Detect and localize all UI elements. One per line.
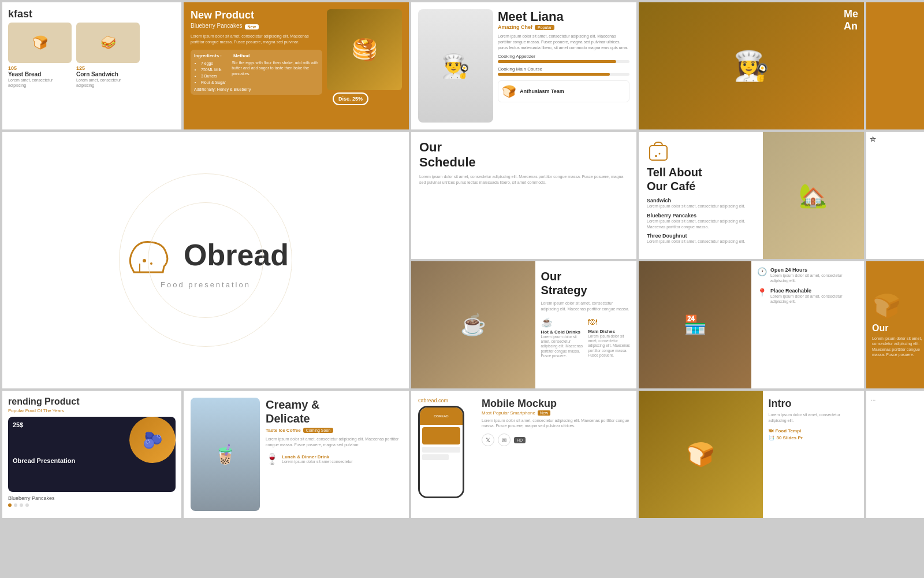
- skill2-fill: [498, 73, 610, 76]
- creamy-lorem: Lorem ipsum dolor sit amet, consectetur …: [266, 436, 402, 448]
- tell-item-3: Three Doughnut Lorem ipsum dolor sit ame…: [647, 233, 755, 244]
- strategy-photo: ☕: [411, 261, 535, 388]
- slide-breakfast: kfast 🍞 105 Yeast Bread Lorem amet, cons…: [2, 2, 181, 129]
- tell-cafe-right: 🏡: [763, 132, 865, 259]
- chef-info: Meet Liana Amazing Chef Popular Lorem ip…: [498, 9, 629, 123]
- location-icon: 📍: [757, 288, 767, 297]
- phone-body: [420, 425, 463, 497]
- skill1-fill: [498, 60, 616, 63]
- tell-item3-title: Three Doughnut: [647, 233, 755, 239]
- phone-header: OBREAD: [420, 407, 463, 425]
- cafe-info-place: 📍 Place Reachable Lorem ipsum dolor sit …: [757, 288, 858, 304]
- breakfast-foods: 🍞 105 Yeast Bread Lorem amet, consectetu…: [8, 23, 176, 88]
- svg-point-4: [659, 153, 661, 155]
- intro-item-1: 🍽 Food Templ: [769, 428, 859, 433]
- open-hours-desc: Lorem ipsum dolor sit amet, consectetur …: [770, 273, 858, 283]
- schedule-title: OurSchedule: [419, 140, 628, 171]
- trending-food-name: Blueberry Pancakes: [8, 495, 176, 501]
- partial-label: ☆: [870, 135, 924, 143]
- phone-screen-bar1: [422, 447, 460, 453]
- mockup-food-circle: 🫐: [129, 417, 176, 463]
- skill1-label: Cooking Appetizer: [498, 54, 629, 59]
- phone-screen-banner: [422, 427, 460, 444]
- twitter-icon[interactable]: 𝕏: [482, 433, 494, 446]
- intro-item-2: 📑 30 Slides Pr: [769, 435, 859, 440]
- slide-mobile-mockup: Otbread.com OBREAD Mobile Mockup Most Po…: [411, 391, 636, 518]
- new-product-title: New Product: [191, 9, 322, 21]
- circle-deco-2: [148, 202, 263, 318]
- social-icons: 𝕏 ✉ HD: [482, 433, 629, 446]
- tell-title: Tell AboutOur Café: [647, 165, 755, 193]
- tell-item2-title: Blueberry Pancakes: [647, 213, 755, 218]
- slides-icon: 📑: [769, 435, 774, 440]
- email-icon[interactable]: ✉: [498, 433, 511, 446]
- glass-icon: 🍷: [266, 453, 278, 465]
- skill2-bar: [498, 73, 629, 76]
- food-item-corn: 🥪 125 Corn Sandwich Lorem amet, consecte…: [76, 23, 140, 88]
- tell-cafe-left: Tell AboutOur Café Sandwich Lorem ipsum …: [639, 132, 763, 259]
- mobile-content: Mobile Mockup Most Popular Smartphone Ne…: [482, 398, 629, 511]
- our-lorem: Lorem ipsum dolor sit amet, consectetur …: [872, 336, 924, 357]
- skill2-label: Cooking Main Course: [498, 66, 629, 72]
- team-overlay: MeAn: [844, 8, 858, 32]
- phone-frame: OBREAD: [418, 406, 464, 498]
- team-icon: 🍞: [502, 84, 516, 98]
- ingredients-list: 7 eggs 750ML Milk 3 Butters Flour & Suga…: [194, 60, 226, 86]
- yeast-name: Yeast Bread: [8, 71, 72, 77]
- tell-item-2: Blueberry Pancakes Lorem ipsum dolor sit…: [647, 213, 755, 230]
- chef-lorem: Lorem ipsum dolor sit amet, consectetur …: [498, 34, 629, 50]
- lunch-desc: Lorem ipsum dolor sit amet consectetur: [282, 460, 353, 464]
- trending-title: rending Product: [8, 397, 176, 407]
- phone-mockup-visual: Otbread.com OBREAD: [418, 398, 476, 511]
- corn-label: 125: [76, 65, 140, 71]
- schedule-lorem: Lorem ipsum dolor sit amet, consectetur …: [419, 174, 628, 186]
- dot-1: [8, 503, 12, 507]
- team-photo-bg: 👩‍🍳: [639, 2, 864, 129]
- main-dishes-icon: 🍽: [588, 317, 631, 327]
- chef-name: Meet Liana: [498, 9, 629, 24]
- strategy-item-2: 🍽 Main Dishes Lorem ipsum dolor sit amet…: [588, 317, 631, 359]
- dot-indicators: [8, 503, 176, 507]
- slide-our-partial: 🍞 Our Lorem ipsum dolor sit amet, consec…: [866, 261, 924, 388]
- slide-trending: rending Product Popular Food Of The Year…: [2, 391, 181, 518]
- dot-2: [14, 503, 17, 507]
- intro-content: Intro Lorem ipsum dolor sit amet, consec…: [763, 391, 865, 518]
- new-product-lorem: Lorem ipsum dolor sit amet, consectetur …: [191, 34, 322, 45]
- tell-cafe-icon: [647, 140, 670, 163]
- creamy-photo: 🧋: [191, 398, 260, 511]
- discount-badge: Disc. 25%: [333, 92, 368, 105]
- open-hours-title: Open 24 Hours: [770, 267, 858, 273]
- trending-sub: Popular Food Of The Years: [8, 408, 176, 413]
- slide-partial-r4c5: ...: [866, 391, 924, 518]
- website-label: Otbread.com: [418, 398, 476, 403]
- phone-screen-bar2: [422, 454, 449, 460]
- yeast-label: 105: [8, 65, 72, 71]
- yeast-bread-image: 🍞: [8, 23, 72, 63]
- strategy-item-1: ☕ Hot & Cold Drinks Lorem ipsum dolor si…: [541, 317, 584, 359]
- corn-name: Corn Sandwich: [76, 71, 140, 77]
- corn-desc: Lorem amet, consectetur adipiscing: [76, 77, 140, 88]
- creamy-content: Creamy &Delicate Taste Ice Coffee Coming…: [266, 398, 402, 511]
- orange-strip-content: [899, 64, 903, 68]
- food-template-icon: 🍽: [769, 428, 773, 433]
- chef-photo: 👨‍🍳: [418, 9, 493, 123]
- cafe-interior-photo: 🏪: [639, 261, 751, 388]
- mobile-lorem: Lorem ipsum dolor sit amet, consectetur …: [482, 418, 629, 429]
- slide-meet-liana: 👨‍🍳 Meet Liana Amazing Chef Popular Lore…: [411, 2, 636, 129]
- food-item-yeast: 🍞 105 Yeast Bread Lorem amet, consectetu…: [8, 23, 72, 88]
- cafe-info-panel: 🕐 Open 24 Hours Lorem ipsum dolor sit am…: [751, 261, 864, 388]
- slide-new-product: New Product Blueberry Pancakes New Lorem…: [184, 2, 409, 129]
- new-badge: New: [245, 24, 259, 29]
- dot-4: [25, 503, 29, 507]
- slide-cafe-interior: 🏪 🕐 Open 24 Hours Lorem ipsum dolor sit …: [639, 261, 864, 388]
- lunch-title: Lunch & Dinner Drink: [282, 454, 353, 460]
- tell-item1-desc: Lorem ipsum dolor sit amet, consectetur …: [647, 203, 755, 209]
- yeast-desc: Lorem amet, consectetur adipiscing: [8, 77, 72, 88]
- partial-content: ...: [871, 395, 924, 402]
- slide-intro: 🍞 Intro Lorem ipsum dolor sit amet, cons…: [639, 391, 864, 518]
- creamy-title: Creamy &Delicate: [266, 398, 402, 425]
- coming-badge: Coming Soon: [303, 428, 333, 433]
- slide-strategy: ☕ OurStrategy Lorem ipsum dolor sit amet…: [411, 261, 636, 388]
- slide-obread-logo: Obread Food presentation: [2, 132, 409, 388]
- strategy-item1-title: Hot & Cold Drinks: [541, 329, 584, 335]
